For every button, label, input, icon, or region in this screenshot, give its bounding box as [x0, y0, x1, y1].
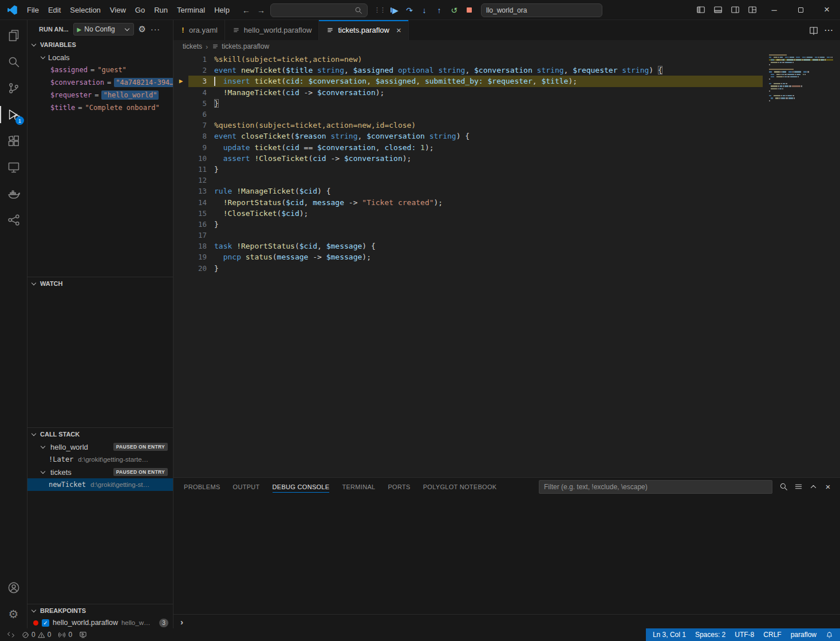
panel-tab-ports[interactable]: PORTS [388, 478, 410, 496]
code-line[interactable]: 12 [173, 175, 840, 186]
panel-tab-terminal[interactable]: TERMINAL [342, 478, 375, 496]
code-text[interactable]: insert ticket(cid: $conversation, $assig… [207, 77, 577, 85]
more-actions-icon[interactable]: ··· [151, 25, 160, 34]
code-line[interactable]: 8event closeTicket($reason string, $conv… [173, 131, 840, 141]
activity-source-control[interactable] [0, 75, 27, 101]
code-line[interactable]: 4 !ManageTicket(cid -> $conversation); [173, 87, 840, 98]
chevron-up-icon[interactable] [807, 481, 819, 493]
variable-row[interactable]: $requester="hello_world" [27, 89, 173, 101]
close-icon[interactable]: × [396, 26, 401, 34]
activity-run-debug[interactable]: 1 [0, 101, 27, 128]
start-debugging-icon[interactable]: ▶ [77, 26, 82, 33]
variables-header[interactable]: VARIABLES [27, 38, 173, 51]
line-number[interactable]: 9 [188, 143, 207, 152]
menu-file[interactable]: File [22, 3, 44, 17]
code-line[interactable]: 14 !ReportStatus($cid, message -> "Ticke… [173, 196, 840, 207]
line-number[interactable]: 7 [188, 121, 207, 129]
code-text[interactable]: } [207, 99, 219, 108]
split-editor-icon[interactable] [809, 26, 818, 35]
breakpoints-header[interactable]: BREAKPOINTS [27, 604, 173, 617]
code-text[interactable]: pncp status(message -> $message); [207, 253, 371, 261]
debug-session-box[interactable]: llo_world_ora [481, 3, 602, 17]
watch-header[interactable]: WATCH [27, 277, 173, 290]
ports[interactable]: 0 [54, 628, 76, 641]
line-number[interactable]: 18 [188, 242, 207, 250]
code-text[interactable]: } [207, 264, 219, 273]
menu-view[interactable]: View [105, 3, 131, 17]
code-editor[interactable]: 1%skill(subject=ticket,action=new)2event… [173, 53, 840, 477]
line-number[interactable]: 16 [188, 220, 207, 229]
nav-forward-icon[interactable]: → [255, 6, 267, 15]
list-flat-icon[interactable] [792, 481, 804, 493]
callstack-frame[interactable]: !Laterd:\grokit\getting-starte… [27, 453, 173, 466]
line-number[interactable]: 6 [188, 110, 207, 119]
close-icon[interactable]: × [814, 0, 840, 19]
activity-search[interactable] [0, 49, 27, 75]
menu-help[interactable]: Help [210, 3, 234, 17]
breadcrumb-item[interactable]: tickets [183, 42, 202, 50]
toggle-secondary-sidebar-icon[interactable] [727, 2, 744, 18]
code-text[interactable]: rule !ManageTicket($cid) { [207, 187, 331, 195]
code-line[interactable]: 6 [173, 109, 840, 120]
eol[interactable]: CRLF [759, 628, 786, 641]
line-number[interactable]: 13 [188, 187, 207, 195]
minimize-icon[interactable]: ─ [761, 0, 787, 19]
menu-selection[interactable]: Selection [65, 3, 105, 17]
line-number[interactable]: 4 [188, 88, 207, 97]
activity-remote-explorer[interactable] [0, 154, 27, 180]
activity-extensions[interactable] [0, 128, 27, 154]
problems[interactable]: 00 [18, 628, 54, 641]
code-line[interactable]: 11} [173, 164, 840, 175]
restart-icon[interactable]: ↺ [447, 3, 461, 17]
code-text[interactable]: update ticket(cid == $conversation, clos… [207, 143, 434, 152]
code-text[interactable]: %skill(subject=ticket,action=new) [207, 55, 362, 64]
variable-row[interactable]: $assigned="guest" [27, 64, 173, 76]
customize-layout-icon[interactable] [744, 2, 761, 18]
code-line[interactable]: 17 [173, 230, 840, 241]
line-number[interactable]: 11 [188, 165, 207, 174]
line-number[interactable]: 2 [188, 66, 207, 74]
tab-ora.yaml[interactable]: !ora.yaml [173, 20, 225, 40]
line-number[interactable]: 5 [188, 99, 207, 108]
command-center-search[interactable] [270, 3, 368, 17]
code-text[interactable]: task !ReportStatus($cid, $message) { [207, 242, 376, 250]
activity-files[interactable] [0, 22, 27, 49]
code-text[interactable]: event closeTicket($reason string, $conve… [207, 132, 470, 140]
variable-row[interactable]: $conversation="4a748214-394… [27, 76, 173, 89]
code-line[interactable]: 20} [173, 263, 840, 274]
breadcrumb-item[interactable]: tickets.paraflow [211, 42, 269, 50]
line-number[interactable]: 8 [188, 132, 207, 140]
line-number[interactable]: 15 [188, 209, 207, 218]
debug-status[interactable] [76, 628, 90, 641]
code-line[interactable]: 9 update ticket(cid == $conversation, cl… [173, 142, 840, 153]
gear-icon[interactable]: ⚙ [139, 24, 146, 34]
line-number[interactable]: 14 [188, 198, 207, 207]
indentation[interactable]: Spaces: 2 [691, 628, 730, 641]
code-line[interactable]: 1%skill(subject=ticket,action=new) [173, 54, 840, 65]
menu-run[interactable]: Run [149, 3, 172, 17]
tab-hello_world.paraflow[interactable]: hello_world.paraflow [225, 20, 320, 40]
code-text[interactable]: assert !CloseTicket(cid -> $conversation… [207, 154, 411, 163]
tab-tickets.paraflow[interactable]: tickets.paraflow× [319, 20, 408, 40]
line-number[interactable]: 20 [188, 264, 207, 273]
call-stack-header[interactable]: CALL STACK [27, 428, 173, 441]
variables-scope-locals[interactable]: Locals [27, 51, 173, 64]
code-line[interactable]: ▶3 insert ticket(cid: $conversation, $as… [173, 76, 840, 86]
code-text[interactable]: !ReportStatus($cid, message -> "Ticket c… [207, 198, 443, 207]
code-text[interactable]: !ManageTicket(cid -> $conversation); [207, 88, 384, 97]
breakpoint-row[interactable]: ✓hello_world.paraflowhello_w…3 [27, 617, 173, 628]
code-line[interactable]: 16} [173, 219, 840, 230]
more-actions-icon[interactable]: ⋯ [824, 26, 833, 35]
minimap[interactable] [769, 54, 833, 103]
code-text[interactable]: } [207, 220, 219, 229]
close-icon[interactable]: × [822, 481, 834, 493]
variable-row[interactable]: $title="Complete onboard" [27, 101, 173, 114]
menu-edit[interactable]: Edit [44, 3, 65, 17]
repl-input[interactable] [187, 615, 840, 628]
callstack-thread[interactable]: ticketsPAUSED ON ENTRY [27, 466, 173, 478]
code-line[interactable]: 19 pncp status(message -> $message); [173, 251, 840, 262]
line-number[interactable]: 1 [188, 55, 207, 64]
code-line[interactable]: 5} [173, 98, 840, 109]
activity-account[interactable] [0, 575, 27, 601]
maximize-icon[interactable] [787, 0, 814, 19]
